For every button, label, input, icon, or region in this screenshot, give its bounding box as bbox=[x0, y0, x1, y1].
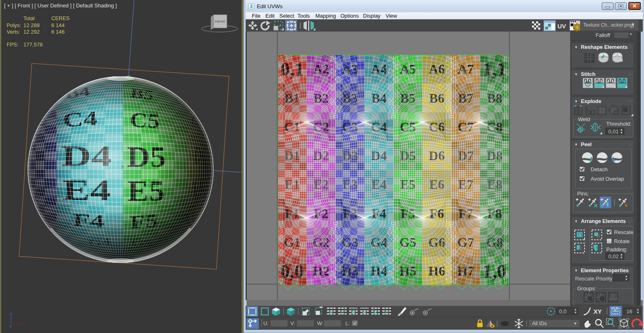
svg-text:XY: XY bbox=[594, 308, 602, 315]
svg-text:y: y bbox=[9, 323, 12, 328]
svg-text:UV: UV bbox=[557, 23, 566, 30]
svg-text:z: z bbox=[10, 311, 12, 316]
svg-text:FRONT: FRONT bbox=[215, 20, 226, 23]
